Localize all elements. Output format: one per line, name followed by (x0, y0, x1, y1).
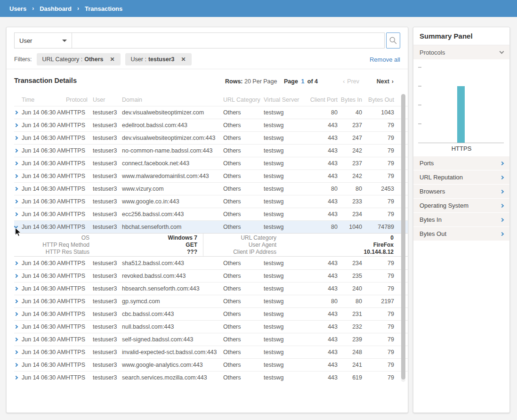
breadcrumb-item-users[interactable]: Users (9, 5, 26, 12)
accordion-section-browsers[interactable]: Browsers (413, 185, 509, 198)
filter-chip-value: testuser3 (148, 56, 175, 63)
table-row[interactable]: Jun 14 06:30 AMHTTPStestuser3dev.visualw… (14, 106, 408, 119)
row-expander[interactable] (14, 275, 22, 277)
cell-url-category: Others (223, 374, 264, 381)
table-row[interactable]: Jun 14 06:30 AMHTTPStestuser3null.badssl… (14, 320, 408, 333)
accordion-section-protocols[interactable]: Protocols (413, 45, 509, 59)
accordion-section-url-reputation[interactable]: URL Reputation (413, 170, 509, 184)
accordion-section-operating-system[interactable]: Operating System (413, 199, 509, 212)
table-row[interactable]: Jun 14 06:30 AMHTTPStestuser3www.vizury.… (14, 182, 408, 195)
table-row[interactable]: Jun 14 06:30 AMHTTPStestuser3search.serv… (14, 371, 408, 382)
table-row[interactable]: Jun 14 06:30 AMHTTPStestuser3dev.visualw… (14, 131, 408, 144)
cell-user: testuser3 (93, 374, 122, 381)
row-expander[interactable] (14, 351, 22, 354)
search-button[interactable] (386, 32, 400, 48)
detail-column: OSWindows 7HTTP Req MethodGETHTTP Res St… (14, 234, 203, 256)
row-expander[interactable] (14, 287, 22, 290)
accordion-section-bytes-in[interactable]: Bytes In (413, 213, 509, 226)
table-body: Jun 14 06:30 AMHTTPStestuser3dev.visualw… (14, 106, 408, 382)
prev-page-button[interactable]: ‹Prev (343, 78, 359, 85)
remove-all-filters-link[interactable]: Remove all (370, 56, 400, 63)
row-expander[interactable] (14, 175, 22, 178)
chart-plot-area (418, 59, 504, 143)
row-expander[interactable] (14, 200, 22, 203)
row-expander[interactable] (14, 338, 22, 341)
table-row[interactable]: Jun 14 06:30 AMHTTPStestuser3edellroot.b… (14, 119, 408, 131)
row-expander[interactable] (14, 313, 22, 315)
cell-virtual-server: testswg (264, 285, 309, 292)
cell-bytes-in: 80 (338, 298, 362, 305)
row-expander[interactable] (14, 124, 22, 127)
table-row[interactable]: Jun 14 06:30 AMHTTPStestuser3hbchat.sens… (14, 220, 408, 233)
search-input[interactable] (72, 33, 384, 48)
next-page-button[interactable]: Next› (377, 78, 394, 85)
table-row[interactable]: Jun 14 06:30 AMHTTPStestuser3connect.fac… (14, 157, 408, 170)
cell-bytes-in: 234 (338, 211, 362, 218)
cell-bytes-in: 231 (338, 311, 362, 317)
cell-protocol: HTTPS (66, 260, 93, 267)
table-row[interactable]: Jun 14 06:30 AMHTTPStestuser3revoked.bad… (14, 269, 408, 282)
row-expander[interactable] (14, 300, 22, 303)
table-row[interactable]: Jun 14 06:30 AMHTTPStestuser3hbsearch.se… (14, 282, 408, 295)
row-expander[interactable] (14, 187, 22, 190)
cell-user: testuser3 (93, 160, 122, 167)
table-row[interactable]: Jun 14 06:30 AMHTTPStestuser3www.google-… (14, 358, 408, 371)
expanded-row-detail: OSWindows 7HTTP Req MethodGETHTTP Res St… (14, 233, 408, 257)
search-field-selector[interactable]: User (15, 33, 72, 48)
page-label: Page (284, 78, 298, 85)
table-row[interactable]: Jun 14 06:30 AMHTTPStestuser3sha512.bads… (14, 257, 408, 269)
table-scrollbar-thumb[interactable] (401, 94, 405, 380)
table-row[interactable]: Jun 14 06:30 AMHTTPStestuser3ecc256.bads… (14, 208, 408, 220)
chevron-right-icon (14, 287, 18, 291)
row-expander[interactable] (14, 213, 22, 216)
table-row[interactable]: Jun 14 06:30 AMHTTPStestuser3gp.symcd.co… (14, 295, 408, 307)
filter-chip[interactable]: URL Category :Others✕ (37, 53, 121, 65)
cell-bytes-in: 240 (338, 285, 362, 292)
rows-value[interactable]: 20 Per Page (244, 78, 277, 85)
section-label: Browsers (420, 188, 445, 195)
cell-bytes-out: 79 (362, 135, 394, 141)
close-icon[interactable]: ✕ (110, 56, 114, 63)
table-row[interactable]: Jun 14 06:30 AMHTTPStestuser3cbc.badssl.… (14, 307, 408, 320)
row-expander[interactable] (14, 226, 22, 228)
magnifier-icon (389, 36, 397, 45)
page-number[interactable]: 1 (301, 78, 304, 85)
cell-bytes-out: 79 (362, 273, 394, 279)
cell-time: Jun 14 06:30 AM (22, 211, 66, 218)
row-expander[interactable] (14, 162, 22, 165)
cell-bytes-out: 79 (362, 160, 394, 167)
cell-url-category: Others (223, 349, 264, 355)
cell-bytes-in: 242 (338, 173, 362, 179)
cell-bytes-out: 1043 (362, 109, 394, 116)
summary-panel-title: Summary Panel (413, 27, 509, 45)
row-expander[interactable] (14, 111, 22, 114)
row-expander[interactable] (14, 149, 22, 152)
cell-time: Jun 14 06:30 AM (22, 109, 66, 116)
close-icon[interactable]: ✕ (181, 56, 186, 63)
table-row[interactable]: Jun 14 06:30 AMHTTPStestuser3invalid-exp… (14, 346, 408, 358)
accordion-section-bytes-out[interactable]: Bytes Out (413, 227, 509, 241)
chevron-right-icon (14, 111, 18, 114)
table-row[interactable]: Jun 14 06:30 AMHTTPStestuser3www.google.… (14, 195, 408, 208)
column-header-time: Time (22, 97, 66, 103)
table-row[interactable]: Jun 14 06:30 AMHTTPStestuser3no-common-n… (14, 144, 408, 157)
breadcrumb-item-transactions[interactable]: Transactions (85, 5, 122, 12)
row-expander[interactable] (14, 137, 22, 139)
cell-protocol: HTTPS (66, 135, 93, 141)
cell-user: testuser3 (93, 198, 122, 205)
table-row[interactable]: Jun 14 06:30 AMHTTPStestuser3self-signed… (14, 333, 408, 346)
row-expander[interactable] (14, 363, 22, 366)
cell-url-category: Others (223, 135, 264, 141)
breadcrumb-item-dashboard[interactable]: Dashboard (40, 5, 72, 12)
cell-bytes-out: 79 (362, 173, 394, 179)
cell-bytes-out: 79 (362, 211, 394, 218)
cell-protocol: HTTPS (66, 273, 93, 279)
table-row[interactable]: Jun 14 06:30 AMHTTPStestuser3www.malware… (14, 170, 408, 182)
row-expander[interactable] (14, 325, 22, 328)
row-expander[interactable] (14, 262, 22, 265)
search-box: User (14, 32, 385, 48)
filter-chip[interactable]: User :testuser3✕ (125, 53, 192, 65)
accordion-section-ports[interactable]: Ports (413, 156, 509, 170)
bar-https (457, 86, 465, 143)
row-expander[interactable] (14, 376, 22, 379)
